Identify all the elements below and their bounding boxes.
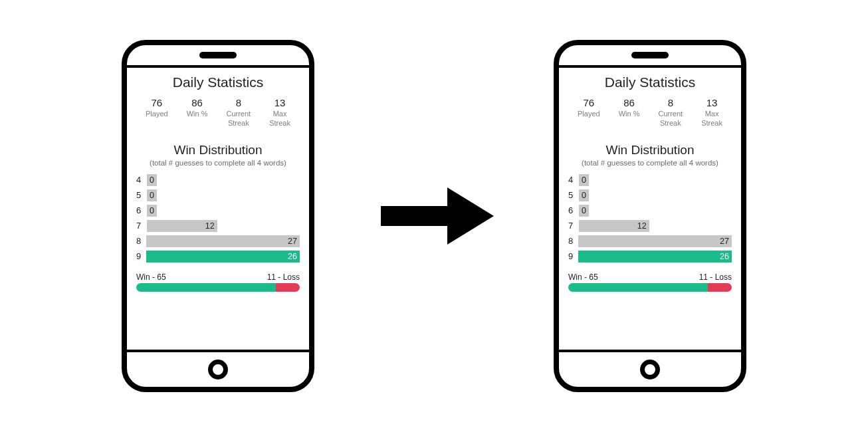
stats-row: 76 Played 86 Win % 8 CurrentStreak 13 Ma… <box>136 97 300 128</box>
stats-row: 76 Played 86 Win % 8 CurrentStreak 13 Ma… <box>568 97 732 128</box>
dist-row: 926 <box>136 250 300 263</box>
screen-left: Daily Statistics 76 Played 86 Win % 8 Cu… <box>127 68 309 350</box>
dist-index: 8 <box>568 236 578 246</box>
dist-index: 8 <box>136 236 146 246</box>
distribution-chart: 405060712827926 <box>568 173 732 263</box>
win-label: Win - 65 <box>136 272 166 282</box>
stat-played-value: 76 <box>146 97 168 108</box>
stat-max-value: 13 <box>701 97 722 108</box>
stat-max-streak: 13 MaxStreak <box>701 97 722 128</box>
stat-played-value: 76 <box>578 97 600 108</box>
speaker-icon <box>199 52 237 58</box>
stat-max-label: MaxStreak <box>269 110 290 128</box>
dist-bar: 0 <box>579 189 589 201</box>
win-segment <box>136 283 276 292</box>
stat-current-streak: 8 CurrentStreak <box>226 97 251 128</box>
stat-winpct: 86 Win % <box>619 97 640 128</box>
dist-row: 712 <box>568 219 732 233</box>
distribution-caption: (total # guesses to complete all 4 words… <box>568 159 732 167</box>
stat-max-value: 13 <box>269 97 290 108</box>
dist-bar: 26 <box>578 251 732 263</box>
stat-max-streak: 13 MaxStreak <box>269 97 290 128</box>
winloss-labels: Win - 65 11 - Loss <box>568 272 732 282</box>
dist-bar: 0 <box>579 205 589 217</box>
stat-played-label: Played <box>578 110 600 119</box>
dist-row: 40 <box>136 173 300 187</box>
dist-bar: 27 <box>146 235 300 247</box>
stat-current-value: 8 <box>658 97 683 108</box>
stat-current-value: 8 <box>226 97 251 108</box>
stat-winpct-label: Win % <box>187 110 208 119</box>
dist-row: 827 <box>136 235 300 248</box>
distribution-chart: 405060712827926 <box>136 173 300 263</box>
phone-top-bar <box>127 45 309 68</box>
stat-winpct: 86 Win % <box>187 97 208 128</box>
svg-marker-0 <box>381 187 494 245</box>
dist-index: 4 <box>136 175 147 185</box>
dist-bar: 0 <box>147 174 157 186</box>
loss-label: 11 - Loss <box>699 272 732 282</box>
distribution-title: Win Distribution <box>568 143 732 158</box>
dist-row: 926 <box>568 250 732 263</box>
winloss-labels: Win - 65 11 - Loss <box>136 272 300 282</box>
dist-index: 9 <box>568 251 578 261</box>
dist-row: 712 <box>136 219 300 233</box>
dist-index: 9 <box>136 251 146 261</box>
dist-row: 50 <box>136 189 300 202</box>
dist-bar: 27 <box>578 235 732 247</box>
dist-index: 7 <box>136 221 147 231</box>
dist-bar: 0 <box>147 205 157 217</box>
speaker-icon <box>631 52 669 58</box>
page-title: Daily Statistics <box>136 74 300 90</box>
dist-bar: 0 <box>579 174 589 186</box>
dist-index: 4 <box>568 175 579 185</box>
dist-index: 5 <box>136 190 147 200</box>
screen-right: Daily Statistics 76 Played 86 Win % 8 Cu… <box>559 68 741 350</box>
arrow-icon <box>368 179 500 253</box>
phone-bottom-bar <box>127 350 309 387</box>
win-label: Win - 65 <box>568 272 598 282</box>
loss-segment <box>708 283 732 292</box>
dist-row: 40 <box>568 173 732 187</box>
dist-bar: 12 <box>579 220 649 232</box>
dist-bar: 0 <box>147 189 157 201</box>
dist-bar: 26 <box>146 251 300 263</box>
stat-current-label: CurrentStreak <box>658 110 683 128</box>
home-button-icon <box>208 360 228 379</box>
distribution-title: Win Distribution <box>136 143 300 158</box>
loss-label: 11 - Loss <box>267 272 300 282</box>
winloss-bar <box>136 283 300 292</box>
phone-bottom-bar <box>559 350 741 387</box>
stat-max-label: MaxStreak <box>701 110 722 128</box>
dist-row: 827 <box>568 235 732 248</box>
dist-row: 50 <box>568 189 732 202</box>
phone-top-bar <box>559 45 741 68</box>
stat-winpct-label: Win % <box>619 110 640 119</box>
stat-current-streak: 8 CurrentStreak <box>658 97 683 128</box>
phone-left: Daily Statistics 76 Played 86 Win % 8 Cu… <box>122 40 314 392</box>
dist-index: 5 <box>568 190 579 200</box>
win-segment <box>568 283 708 292</box>
stat-winpct-value: 86 <box>619 97 640 108</box>
stat-current-label: CurrentStreak <box>226 110 251 128</box>
loss-segment <box>276 283 300 292</box>
distribution-caption: (total # guesses to complete all 4 words… <box>136 159 300 167</box>
stat-winpct-value: 86 <box>187 97 208 108</box>
stat-played-label: Played <box>146 110 168 119</box>
dist-index: 7 <box>568 221 579 231</box>
home-button-icon <box>640 360 660 379</box>
dist-index: 6 <box>568 205 579 215</box>
winloss-bar <box>568 283 732 292</box>
dist-row: 60 <box>568 204 732 217</box>
page-title: Daily Statistics <box>568 74 732 90</box>
dist-bar: 12 <box>147 220 217 232</box>
dist-row: 60 <box>136 204 300 217</box>
stat-played: 76 Played <box>146 97 168 128</box>
dist-index: 6 <box>136 205 147 215</box>
phone-right: Daily Statistics 76 Played 86 Win % 8 Cu… <box>554 40 746 392</box>
stat-played: 76 Played <box>578 97 600 128</box>
